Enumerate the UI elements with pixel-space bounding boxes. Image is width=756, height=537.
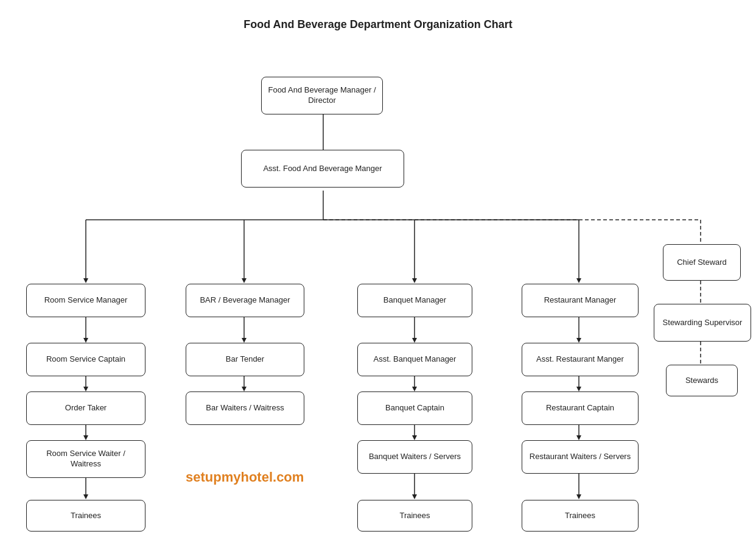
node-banquet-waiters: Banquet Waiters / Servers: [357, 440, 472, 474]
svg-marker-39: [576, 435, 581, 440]
svg-marker-17: [83, 494, 88, 499]
node-asst-restaurant-manager: Asst. Restaurant Manger: [522, 343, 639, 376]
node-room-service-manager: Room Service Manager: [26, 284, 145, 317]
watermark: setupmyhotel.com: [186, 469, 304, 485]
svg-marker-13: [83, 387, 88, 391]
node-banquet-manager: Banquet Manager: [357, 284, 472, 317]
node-stewarding-supervisor: Stewarding Supervisor: [654, 304, 751, 342]
svg-marker-25: [242, 387, 247, 391]
svg-marker-23: [242, 338, 247, 343]
node-order-taker: Order Taker: [26, 391, 145, 425]
svg-marker-18: [83, 278, 88, 283]
svg-marker-41: [576, 494, 581, 499]
svg-marker-11: [83, 338, 88, 343]
node-bar-waiters: Bar Waiters / Waitress: [186, 391, 304, 425]
node-room-service-captain: Room Service Captain: [26, 343, 145, 376]
page-title: Food And Beverage Department Organizatio…: [0, 0, 756, 37]
svg-marker-31: [412, 435, 417, 440]
node-restaurant-waiters: Restaurant Waiters / Servers: [522, 440, 639, 474]
node-asst: Asst. Food And Beverage Manger: [241, 150, 404, 188]
org-chart: Food And Beverage Manager / Director Ass…: [13, 37, 743, 537]
node-bar-tender: Bar Tender: [186, 343, 304, 376]
svg-marker-37: [576, 387, 581, 391]
node-chief-steward: Chief Steward: [663, 244, 741, 281]
svg-marker-33: [412, 494, 417, 499]
svg-marker-27: [412, 338, 417, 343]
node-stewards: Stewards: [666, 365, 738, 396]
svg-marker-35: [576, 338, 581, 343]
node-room-service-waiter: Room Service Waiter / Waitress: [26, 440, 145, 478]
node-bar-manager: BAR / Beverage Manager: [186, 284, 304, 317]
node-asst-banquet-manager: Asst. Banquet Manager: [357, 343, 472, 376]
node-trainees-3: Trainees: [522, 500, 639, 532]
svg-marker-20: [412, 278, 417, 283]
svg-marker-29: [412, 387, 417, 391]
node-trainees-2: Trainees: [357, 500, 472, 532]
node-restaurant-captain: Restaurant Captain: [522, 391, 639, 425]
node-trainees-1: Trainees: [26, 500, 145, 532]
svg-marker-21: [576, 278, 581, 283]
node-top: Food And Beverage Manager / Director: [261, 77, 383, 114]
node-restaurant-manager: Restaurant Manager: [522, 284, 639, 317]
svg-marker-19: [242, 278, 247, 283]
svg-marker-15: [83, 435, 88, 440]
node-banquet-captain: Banquet Captain: [357, 391, 472, 425]
